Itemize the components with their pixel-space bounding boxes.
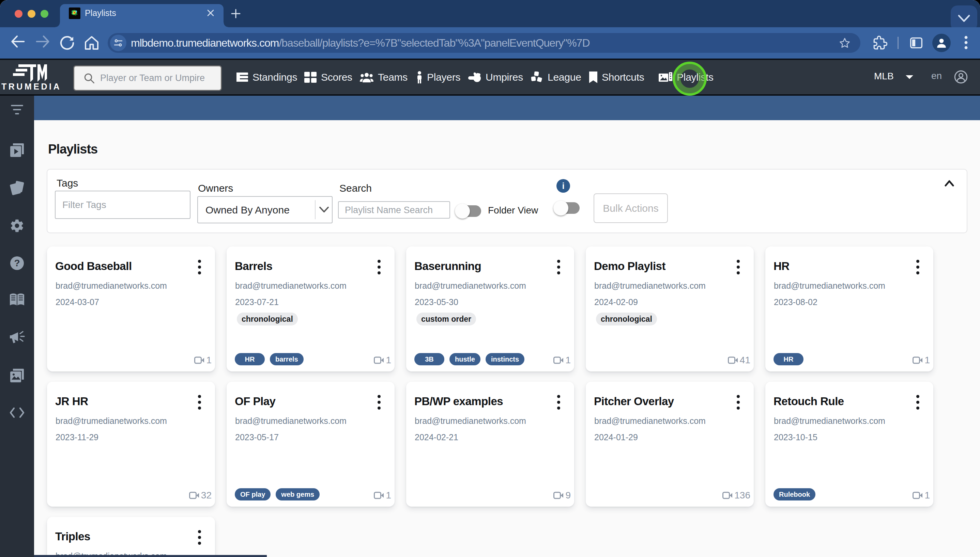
svg-text:?: ?	[14, 258, 20, 268]
